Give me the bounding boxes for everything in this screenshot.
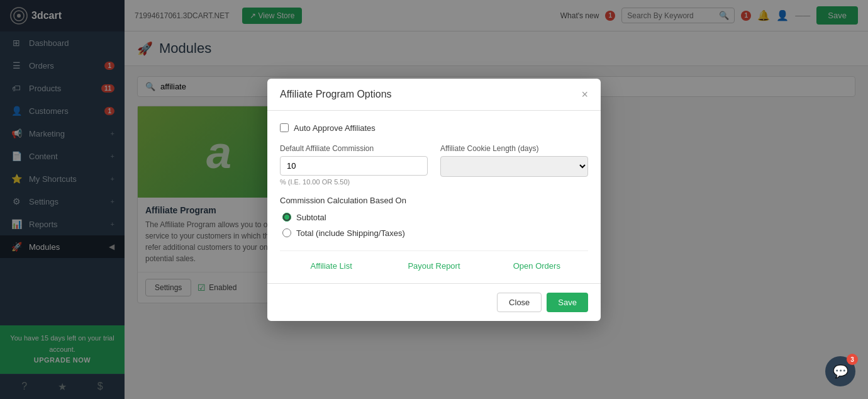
commission-label: Default Affiliate Commission [280,144,428,153]
commission-hint: % (I.E. 10.00 OR 5.50) [280,178,428,186]
total-label: Total (include Shipping/Taxes) [296,228,405,238]
auto-approve-label: Auto Approve Affiliates [294,123,376,133]
cookie-select[interactable]: 7 14 30 60 90 [440,156,588,177]
auto-approve-checkbox[interactable] [280,123,289,132]
commission-row: Default Affiliate Commission % (I.E. 10.… [280,144,588,186]
commission-group: Default Affiliate Commission % (I.E. 10.… [280,144,428,186]
modal-close-button-footer[interactable]: Close [497,293,542,312]
modal-body: Auto Approve Affiliates Default Affiliat… [267,111,601,283]
modal-save-button[interactable]: Save [547,293,588,312]
subtotal-radio[interactable] [282,213,291,222]
modal-footer: Close Save [267,283,601,321]
modal-links-row: Affiliate List Payout Report Open Orders [280,250,588,271]
payout-report-link[interactable]: Payout Report [382,261,485,271]
affiliate-list-link[interactable]: Affiliate List [280,261,382,271]
cookie-group: Affiliate Cookie Length (days) 7 14 30 6… [440,144,588,186]
modal-affiliate-options: Affiliate Program Options × Auto Approve… [267,79,601,321]
modal-title: Affiliate Program Options [280,89,392,100]
commission-calc-options: Subtotal Total (include Shipping/Taxes) [282,213,588,238]
chat-badge: 3 [847,354,858,365]
open-orders-link[interactable]: Open Orders [486,261,588,271]
modal-close-button[interactable]: × [581,89,588,100]
chat-icon: 💬 [833,364,849,379]
calc-label: Commission Calculation Based On [280,196,588,205]
auto-approve-row: Auto Approve Affiliates [280,123,588,133]
modal-header: Affiliate Program Options × [267,79,601,111]
modal-overlay: Affiliate Program Options × Auto Approve… [0,0,868,399]
chat-bubble[interactable]: 💬 3 [825,356,855,386]
subtotal-label: Subtotal [296,213,326,222]
cookie-label: Affiliate Cookie Length (days) [440,144,588,153]
total-radio[interactable] [282,228,291,237]
total-option: Total (include Shipping/Taxes) [282,228,588,238]
subtotal-option: Subtotal [282,213,588,222]
commission-input[interactable] [280,156,428,176]
